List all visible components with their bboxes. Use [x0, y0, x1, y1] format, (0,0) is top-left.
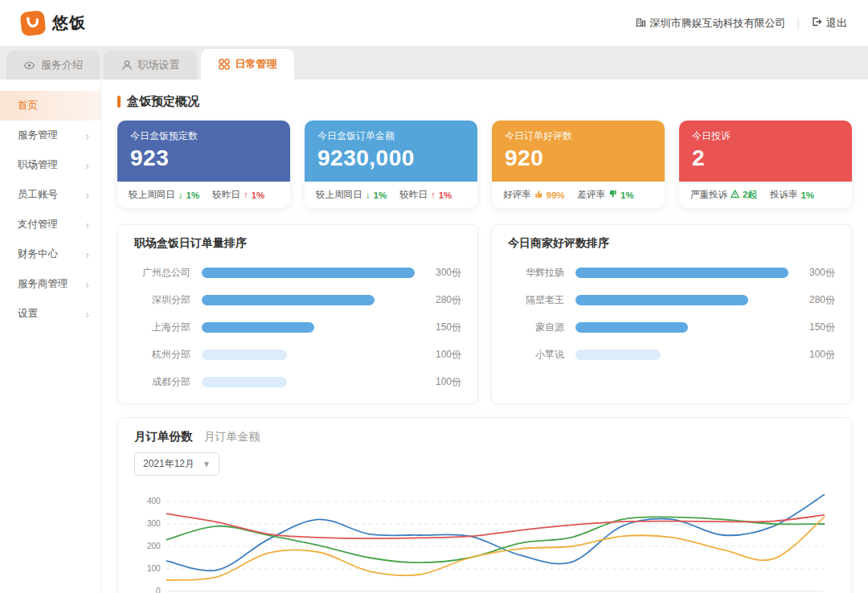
ranking-section: 职场盒饭日订单量排序 广州总公司300份深圳分部280份上海分部150份杭州分部…	[117, 224, 852, 404]
sidebar-item[interactable]: 财务中心›	[0, 239, 100, 269]
tab-monthly-order-count[interactable]: 月订单份数	[134, 429, 193, 444]
service-intro-eye-icon	[23, 60, 35, 71]
sidebar-item[interactable]: 职场管理›	[0, 150, 100, 180]
tab-workplace-settings[interactable]: 职场设置	[104, 51, 197, 80]
ranking-row: 深圳分部280份	[134, 286, 461, 313]
rank-label: 上海分部	[134, 321, 190, 334]
month-select-value: 2021年12月	[143, 457, 194, 471]
serious-complaints: 严重投诉 2起	[690, 189, 757, 201]
sidebar-item-label: 职场管理	[18, 158, 58, 172]
warning-icon	[731, 190, 739, 200]
ranking-title: 职场盒饭日订单量排序	[134, 236, 461, 251]
line-chart: 010020030040012.0112.0212.0312.0412.0512…	[134, 481, 835, 593]
svg-text:100: 100	[147, 564, 161, 573]
chevron-right-icon: ›	[85, 278, 89, 291]
chevron-down-icon: ▼	[203, 460, 211, 468]
sidebar-item[interactable]: 服务商管理›	[0, 269, 100, 299]
logo-icon	[20, 10, 47, 36]
sidebar-item-label: 设置	[18, 307, 38, 321]
rank-bar	[202, 295, 375, 305]
tab-service-intro[interactable]: 服务介绍	[6, 51, 100, 80]
tab-strip: 服务介绍 职场设置 日常管理	[0, 46, 868, 80]
ranking-row: 小苹说100份	[508, 341, 835, 368]
svg-text:200: 200	[147, 542, 161, 550]
stat-card-header: 今日订单好评数 920	[492, 121, 665, 182]
ranking-title: 今日商家好评数排序	[508, 236, 835, 251]
building-icon	[635, 16, 646, 30]
stat-card-header: 今日盒饭预定数 923	[117, 121, 290, 182]
sidebar-item[interactable]: 设置›	[0, 299, 100, 329]
ranking-row: 华辉拉肠300份	[508, 259, 835, 286]
stat-title: 今日投诉	[692, 129, 839, 143]
rank-label: 成都分部	[134, 375, 190, 389]
ranking-rows: 华辉拉肠300份隔壁老王280份蒙自源150份小苹说100份	[508, 259, 835, 368]
section-title-text: 盒饭预定概况	[127, 94, 199, 109]
stat-value: 920	[505, 145, 652, 171]
company-menu[interactable]: 深圳市腾娱互动科技有限公司	[635, 16, 786, 31]
sidebar: 首页服务管理›职场管理›员工账号›支付管理›财务中心›服务商管理›设置›	[0, 80, 101, 593]
arrow-up-icon: ↑	[431, 190, 436, 201]
brand-name: 悠饭	[52, 12, 86, 34]
rank-bar	[575, 350, 661, 360]
arrow-down-icon: ↓	[366, 190, 371, 201]
ranking-row: 成都分部100份	[134, 368, 461, 395]
sidebar-item[interactable]: 支付管理›	[0, 210, 100, 239]
rank-value: 100份	[800, 348, 835, 362]
arrow-down-icon: ↓	[178, 190, 183, 201]
section-title: 盒饭预定概况	[117, 94, 852, 109]
ranking-row: 广州总公司300份	[134, 259, 461, 286]
svg-text:400: 400	[147, 497, 161, 505]
tab-label: 服务介绍	[41, 58, 83, 72]
ranking-rows: 广州总公司300份深圳分部280份上海分部150份杭州分部100份成都分部100…	[134, 259, 461, 395]
brand: 悠饭	[21, 11, 86, 35]
company-name: 深圳市腾娱互动科技有限公司	[650, 16, 786, 31]
sidebar-item-label: 服务商管理	[18, 277, 68, 291]
sidebar-item[interactable]: 员工账号›	[0, 180, 100, 210]
delta-yesterday: 较昨日 ↑ 1%	[399, 189, 452, 201]
rank-bar	[202, 268, 415, 278]
stat-card-header: 今日盒饭订单金额 9230,000	[305, 121, 477, 182]
tab-monthly-order-amount[interactable]: 月订单金额	[204, 430, 260, 444]
rank-value: 300份	[426, 266, 461, 280]
sidebar-item[interactable]: 首页	[0, 91, 100, 121]
sidebar-item-label: 服务管理	[18, 129, 58, 142]
workplace-person-icon	[121, 59, 133, 71]
rank-value: 150份	[800, 321, 835, 334]
rank-label: 广州总公司	[134, 266, 190, 280]
chevron-right-icon: ›	[85, 189, 89, 202]
tab-label: 日常管理	[235, 57, 277, 72]
ranking-card: 今日商家好评数排序 华辉拉肠300份隔壁老王280份蒙自源150份小苹说100份	[491, 224, 852, 404]
delta-week: 较上周同日 ↓ 1%	[129, 189, 199, 201]
stat-title: 今日盒饭预定数	[130, 129, 277, 143]
line-chart-svg: 010020030040012.0112.0212.0312.0412.0512…	[134, 481, 835, 593]
chevron-right-icon: ›	[85, 308, 89, 321]
chevron-right-icon: ›	[85, 129, 89, 142]
rank-bar	[575, 295, 748, 305]
sidebar-item[interactable]: 服务管理›	[0, 121, 100, 150]
section-accent-bar	[117, 96, 121, 108]
sidebar-item-label: 支付管理	[18, 218, 58, 231]
stat-card-positive-reviews: 今日订单好评数 920 好评率 99% 差评率	[492, 121, 665, 208]
chevron-right-icon: ›	[85, 159, 89, 172]
tab-daily-management[interactable]: 日常管理	[201, 49, 294, 80]
ranking-row: 蒙自源150份	[508, 313, 835, 341]
stat-value: 2	[692, 145, 839, 171]
logout-icon	[811, 16, 822, 30]
stat-title: 今日盒饭订单金额	[317, 129, 465, 143]
logout-button[interactable]: 退出	[811, 16, 847, 31]
separator: |	[797, 17, 800, 29]
top-bar: 悠饭 深圳市腾娱互动科技有限公司 | 退出	[0, 0, 868, 46]
delta-yesterday: 较昨日 ↑ 1%	[212, 189, 264, 201]
chevron-right-icon: ›	[85, 219, 89, 231]
rank-value: 100份	[426, 348, 461, 362]
rank-bar	[575, 268, 788, 278]
thumb-down-icon	[608, 190, 617, 200]
svg-text:0: 0	[156, 587, 161, 593]
main-content: 盒饭预定概况 今日盒饭预定数 923 较上周同日 ↓ 1% 较昨日 ↑	[101, 80, 868, 593]
rank-label: 蒙自源	[508, 321, 564, 334]
rank-bar	[202, 377, 287, 387]
rank-bar	[575, 322, 688, 333]
logout-label: 退出	[826, 16, 847, 31]
month-select[interactable]: 2021年12月 ▼	[134, 452, 219, 476]
rank-value: 150份	[426, 321, 461, 334]
